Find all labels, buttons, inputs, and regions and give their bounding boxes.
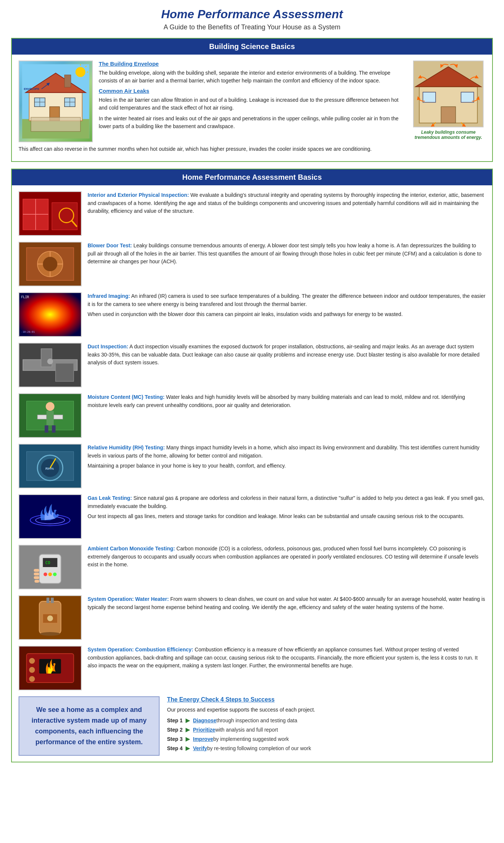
combustion-image [19,646,82,690]
air-leaks-text1: Holes in the air barrier can allow filtr… [99,96,405,112]
duct-text: Duct Inspection: A duct inspection visua… [88,343,485,367]
hpa-item-humidity: RH% Relative Humidity (RH) Testing: Many… [19,444,485,488]
bsb-bottom-text: This affect can also reverse in the summ… [19,145,485,153]
step-1-num: Step 1 [167,717,186,723]
blower-image [19,242,82,286]
step-1-arrow: ▶ [186,717,190,724]
blower-text: Blower Door Test: Leaky buildings consum… [88,242,485,266]
svg-text:ENVELOPE: ENVELOPE [24,87,39,91]
step-4-arrow: ▶ [186,745,190,752]
svg-point-35 [43,257,57,271]
svg-point-51 [46,402,54,411]
co-term: Ambient Carbon Monoxide Testing: [88,546,175,551]
air-leaks-text3: This affect can also reverse in the summ… [19,145,485,153]
svg-text:CO: CO [45,560,50,565]
svg-rect-24 [441,107,455,123]
humidity-text: Relative Humidity (RH) Testing: Many thi… [88,444,485,470]
infrared-body: An infrared (IR) camera is used to see s… [88,293,485,307]
duct-image [19,343,82,387]
svg-rect-41 [19,293,81,336]
humidity-extra: Maintaining a proper balance in your hom… [88,462,485,470]
energy-check-intro: Our process and expertise supports the s… [167,706,485,714]
svg-point-72 [53,573,57,576]
svg-point-87 [29,658,35,664]
page-main-title: Home Performance Assessment [11,7,493,21]
hpa-item-duct: Duct Inspection: A duct inspection visua… [19,343,485,387]
hpa-item-inspection: Interior and Exterior Physical Inspectio… [19,191,485,236]
hpa-item-moisture: Moisture Content (MC) Testing: Water lea… [19,393,485,438]
duct-term: Duct Inspection: [88,344,128,349]
step-3-rest: by implementing suggested work [213,736,289,742]
hpa-item-combustion: System Operation: Combustion Efficiency:… [19,646,485,690]
svg-point-15 [75,67,85,77]
humidity-image: RH% [19,444,82,488]
inspection-text: Interior and Exterior Physical Inspectio… [88,191,485,215]
svg-rect-12 [31,117,80,131]
building-science-header: Building Science Basics [12,39,492,55]
inspection-image [19,191,82,236]
svg-text:FLIR: FLIR [21,295,29,299]
air-leaks-text2: In the winter heated air rises and leaks… [99,115,405,130]
svg-rect-56 [52,425,56,433]
svg-point-82 [47,615,53,621]
envelope-text1: The building envelope, along with the bu… [99,69,405,85]
svg-point-70 [43,573,47,576]
moisture-text: Moisture Content (MC) Testing: Water lea… [88,393,485,409]
step-4-item: Step 4 ▶ Verify by re-testing following … [167,745,485,752]
svg-text:-10:26:01: -10:26:01 [21,331,35,333]
svg-rect-73 [34,576,39,579]
svg-point-83 [40,632,60,636]
hpa-item-infrared: FLIR -10:26:01 Infrared Imaging: An infr… [19,292,485,337]
svg-rect-54 [37,415,46,419]
step-2-item: Step 2 ▶ Prioritize with analysis and fu… [167,726,485,733]
page-sub-title: A Guide to the Benefits of Treating Your… [11,23,493,31]
step-3-arrow: ▶ [186,735,190,742]
step-3-num: Step 3 [167,736,186,742]
combustion-term: System Operation: Combustion Efficiency: [88,647,193,652]
svg-point-71 [48,573,52,576]
hpa-basics-header: Home Performance Assessment Basics [12,169,492,185]
envelope-heading: The Building Envelope [99,61,405,67]
step-4-rest: by re-testing following completion of ou… [207,745,311,751]
infrared-term: Infrared Imaging: [88,293,130,299]
svg-point-89 [29,676,35,682]
leaky-house-image [413,61,484,127]
gas-image [19,494,82,539]
waterheater-image [19,595,82,640]
svg-rect-22 [423,92,435,102]
co-image: CO [19,545,82,589]
duct-body: A duct inspection visually examines the … [88,344,480,365]
svg-rect-75 [34,569,39,572]
hpa-item-blower: Blower Door Test: Leaky buildings consum… [19,242,485,286]
house-cross-section-image: ENVELOPE [19,61,93,142]
moisture-image [19,393,82,438]
waterheater-text: System Operation: Water Heater: From war… [88,595,485,611]
gas-extra: Our test inspects all gas lines, meters … [88,512,485,521]
step-2-num: Step 2 [167,727,186,733]
infrared-image: FLIR -10:26:01 [19,292,82,337]
hpa-item-gas: Gas Leak Testing: Since natural gas & pr… [19,494,485,539]
moisture-term: Moisture Content (MC) Testing: [88,394,164,400]
air-leaks-heading: Common Air Leaks [99,88,405,94]
steps-list: Step 1 ▶ Diagnose through inspection and… [167,717,485,752]
step-4-link: Verify [193,745,207,751]
step-1-link: Diagnose [193,717,216,723]
svg-rect-80 [51,598,54,603]
svg-rect-76 [35,580,39,583]
bottom-right-block: The Energy Check 4 Steps to Success Our … [167,696,485,754]
waterheater-term: System Operation: Water Heater: [88,596,169,602]
svg-rect-47 [56,363,74,381]
blower-body: Leaky buildings consume tremendous amoun… [88,243,481,264]
gas-text: Gas Leak Testing: Since natural gas & pr… [88,494,485,521]
gas-body: Since natural gas & propane are odorless… [88,495,484,509]
infrared-extra: When used in conjunction with the blower… [88,310,485,319]
svg-rect-55 [45,425,48,433]
leaky-house-block: Leaky buildings consume tremendous amoun… [411,61,485,140]
svg-rect-74 [34,573,39,576]
gas-term: Gas Leak Testing: [88,495,132,501]
step-2-arrow: ▶ [186,726,190,733]
inspection-term: Interior and Exterior Physical Inspectio… [88,192,189,198]
combustion-text: System Operation: Combustion Efficiency:… [88,646,485,670]
blower-term: Blower Door Test: [88,243,132,248]
bsb-text-block: The Building Envelope The building envel… [99,61,405,133]
